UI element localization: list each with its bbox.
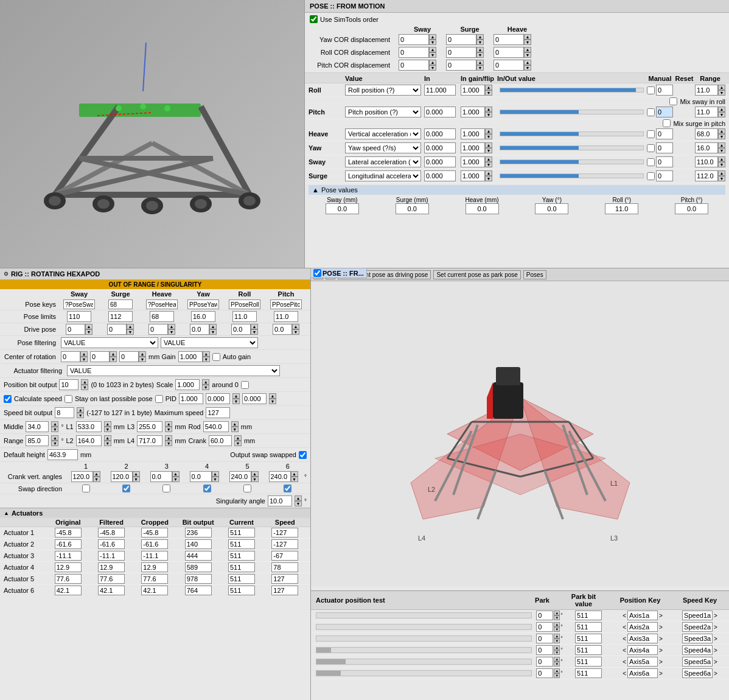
- limit-yaw[interactable]: [191, 311, 215, 322]
- act3-bit[interactable]: [185, 551, 212, 561]
- crank-input[interactable]: [209, 435, 232, 446]
- pitch-gain-up[interactable]: ▲: [485, 107, 492, 112]
- act6-spd[interactable]: [271, 586, 298, 595]
- pos-key-input-2[interactable]: [627, 622, 658, 632]
- swap-3[interactable]: [162, 485, 170, 492]
- sing-up[interactable]: ▲: [295, 495, 302, 501]
- act6-filt[interactable]: [98, 586, 125, 595]
- act1-cur[interactable]: [228, 528, 255, 537]
- ca3-up[interactable]: ▲: [172, 471, 180, 477]
- pitch-cor-surge-down[interactable]: ▼: [476, 65, 484, 71]
- sway-manual-checkbox[interactable]: [647, 158, 655, 166]
- act5-filt[interactable]: [98, 574, 125, 584]
- roll-cor-sway-down[interactable]: ▼: [429, 52, 436, 58]
- heave-manual-checkbox[interactable]: [647, 130, 655, 138]
- pitch-gain-down[interactable]: ▼: [485, 112, 492, 117]
- middle-up[interactable]: ▲: [51, 421, 58, 427]
- pose-sway-val[interactable]: [326, 203, 359, 214]
- rod-down[interactable]: ▼: [231, 427, 239, 432]
- ca1-down[interactable]: ▼: [93, 477, 100, 482]
- l2-up[interactable]: ▲: [104, 435, 111, 441]
- drive-heave[interactable]: [148, 324, 168, 335]
- act5-spd[interactable]: [271, 574, 298, 584]
- l2-down[interactable]: ▼: [104, 441, 111, 446]
- yaw-cor-heave-input[interactable]: [494, 34, 524, 45]
- roll-range-up[interactable]: ▲: [718, 85, 725, 90]
- ca6-down[interactable]: ▼: [291, 477, 298, 482]
- park-bit-input-6[interactable]: [575, 668, 602, 678]
- heave-in-input[interactable]: [424, 128, 456, 139]
- cor-x-up[interactable]: ▲: [80, 351, 88, 357]
- middle-down[interactable]: ▼: [51, 427, 58, 432]
- surge-range-down[interactable]: ▼: [718, 176, 725, 181]
- roll-cor-sway-input[interactable]: [399, 47, 429, 58]
- act1-orig[interactable]: [55, 528, 82, 537]
- gain-up[interactable]: ▲: [203, 351, 210, 357]
- act-test-slider-1[interactable]: [316, 612, 532, 618]
- swap-4[interactable]: [203, 485, 211, 492]
- pos-bit-input[interactable]: [59, 379, 78, 390]
- limit-surge[interactable]: [108, 311, 133, 322]
- drive-heave-down[interactable]: ▼: [168, 329, 175, 335]
- surge-manual-val[interactable]: [656, 170, 673, 181]
- sway-in-input[interactable]: [424, 156, 456, 167]
- pose-key-roll[interactable]: [229, 299, 260, 309]
- drive-pitch[interactable]: [273, 324, 292, 335]
- crank-up[interactable]: ▲: [234, 435, 242, 441]
- mix-surge-checkbox[interactable]: [663, 119, 671, 127]
- pose-key-yaw[interactable]: [187, 299, 219, 309]
- sway-gain-input[interactable]: [461, 156, 485, 167]
- pose-surge-val[interactable]: [396, 203, 429, 214]
- pos-key-input-5[interactable]: [627, 657, 658, 667]
- park-input-3[interactable]: [536, 634, 553, 643]
- yaw-in-input[interactable]: [424, 142, 456, 153]
- yaw-cor-surge-up[interactable]: ▲: [476, 34, 484, 40]
- act5-cur[interactable]: [228, 574, 255, 584]
- ca4-up[interactable]: ▲: [212, 471, 219, 477]
- roll-cor-heave-down[interactable]: ▼: [524, 52, 531, 58]
- act-filtering-select[interactable]: VALUE: [67, 365, 280, 376]
- drive-roll-down[interactable]: ▼: [251, 329, 258, 335]
- act-test-slider-5[interactable]: [316, 659, 532, 665]
- swap-6[interactable]: [284, 485, 291, 492]
- ca6-up[interactable]: ▲: [291, 471, 298, 477]
- sway-range-up[interactable]: ▲: [718, 156, 725, 162]
- spd-bit-down[interactable]: ▼: [77, 413, 84, 418]
- yaw-range-down[interactable]: ▼: [718, 148, 725, 153]
- pitch-value-select[interactable]: Pitch position (?): [345, 107, 421, 117]
- sway-range-down[interactable]: ▼: [718, 162, 725, 167]
- heave-range-down[interactable]: ▼: [718, 134, 725, 139]
- pitch-cor-sway-up[interactable]: ▲: [429, 60, 436, 65]
- drive-yaw[interactable]: [190, 324, 209, 335]
- act1-filt[interactable]: [98, 528, 125, 537]
- act4-orig[interactable]: [55, 562, 82, 572]
- spd-key-input-1[interactable]: [682, 611, 713, 620]
- pose-key-pitch[interactable]: [270, 299, 302, 309]
- crank-ang-3[interactable]: [150, 471, 172, 482]
- pose-heave-val[interactable]: [466, 203, 499, 214]
- roll-range-input[interactable]: [695, 85, 718, 96]
- drive-surge[interactable]: [107, 324, 127, 335]
- act5-orig[interactable]: [55, 574, 82, 584]
- park-up-2[interactable]: ▲: [554, 622, 560, 627]
- act1-crop[interactable]: [141, 528, 168, 537]
- act4-bit[interactable]: [185, 562, 212, 572]
- l3-input[interactable]: [137, 421, 162, 432]
- range-input[interactable]: [26, 435, 49, 446]
- roll-manual-checkbox[interactable]: [647, 86, 655, 94]
- crank-ang-6[interactable]: [269, 471, 291, 482]
- roll-cor-surge-up[interactable]: ▲: [476, 47, 484, 52]
- heave-gain-down[interactable]: ▼: [485, 134, 492, 139]
- l1-down[interactable]: ▼: [104, 427, 111, 432]
- sway-gain-up[interactable]: ▲: [485, 156, 492, 162]
- act2-cur[interactable]: [228, 539, 255, 549]
- roll-in-input[interactable]: [424, 85, 456, 96]
- pose-overlay-checkbox[interactable]: [313, 269, 321, 277]
- spd-key-input-6[interactable]: [682, 668, 713, 678]
- park-up-4[interactable]: ▲: [554, 645, 560, 650]
- ca5-down[interactable]: ▼: [251, 477, 259, 482]
- act2-crop[interactable]: [141, 539, 168, 549]
- act5-bit[interactable]: [185, 574, 212, 584]
- roll-cor-heave-up[interactable]: ▲: [524, 47, 531, 52]
- limit-roll[interactable]: [232, 311, 257, 322]
